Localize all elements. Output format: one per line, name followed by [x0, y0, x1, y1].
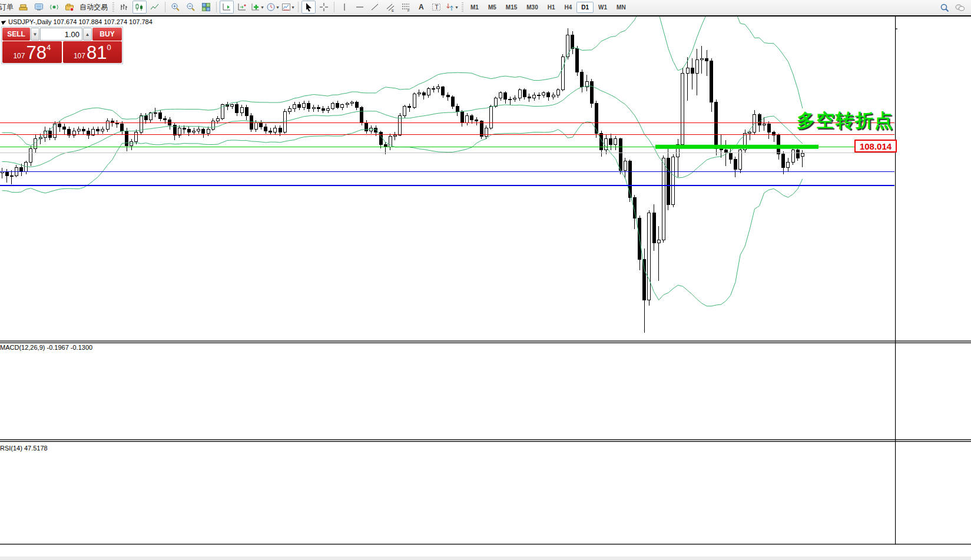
toolbar-separator [334, 2, 334, 12]
chevron-down-icon: ▾ [261, 5, 263, 10]
timeframe-d1[interactable]: D1 [576, 2, 594, 13]
macd-label: MACD(12,26,9) -0.1967 -0.1300 [0, 344, 92, 351]
mt4-terminal: 订单 自动交易 ▾ ▾ ▾ E F A T ▾ M1M5M15M30H1H4D1… [0, 0, 971, 560]
tile-windows-icon[interactable] [199, 1, 213, 14]
buy-price-point: 0 [107, 43, 111, 52]
zoom-out-icon[interactable] [184, 1, 198, 14]
rsi-label: RSI(14) 47.5178 [0, 445, 48, 452]
toolbar-separator [165, 2, 165, 12]
indicators-icon[interactable]: ▾ [250, 1, 264, 14]
chevron-down-icon: ▾ [276, 5, 279, 10]
chevron-down-icon: ▾ [455, 5, 458, 10]
horizontal-line-icon[interactable] [353, 1, 367, 14]
buy-price-big-figure: 107 [74, 52, 85, 60]
trendline-icon[interactable] [368, 1, 382, 14]
turning-point-annotation[interactable]: 多空转折点 [797, 108, 894, 133]
buy-price-tile[interactable]: 107810 [63, 41, 122, 63]
toolbar-grip[interactable] [462, 2, 463, 12]
terminal-icon[interactable] [32, 1, 46, 14]
timeframe-m1[interactable]: M1 [466, 2, 483, 13]
one-click-trade-panel: SELL ▼ ▲ BUY 107784 107810 [1, 26, 123, 64]
timeframe-m5[interactable]: M5 [483, 2, 501, 13]
equidistant-channel-icon[interactable]: E [383, 1, 397, 14]
templates-icon[interactable]: ▾ [281, 1, 295, 14]
autotrading-icon[interactable] [62, 1, 77, 14]
sell-price-pips: 78 [26, 45, 46, 61]
volume-down-button[interactable]: ▼ [31, 28, 39, 41]
vertical-line-icon[interactable] [337, 1, 352, 14]
candlestick-chart-icon[interactable] [132, 1, 147, 14]
price-level-box[interactable]: 108.014 [854, 140, 897, 153]
timeframe-m30[interactable]: M30 [522, 2, 542, 13]
toolbar-separator [216, 2, 217, 12]
cursor-icon[interactable] [301, 1, 316, 14]
toolbar: 订单 自动交易 ▾ ▾ ▾ E F A T ▾ M1M5M15M30H1H4D1… [0, 0, 971, 15]
gold-bars-icon[interactable] [16, 1, 31, 14]
text-label-icon[interactable]: T [429, 1, 443, 14]
chart-shift-icon[interactable] [235, 1, 249, 14]
svg-text:E: E [392, 9, 394, 12]
bar-chart-icon[interactable] [117, 1, 131, 14]
toolbar-separator [298, 2, 299, 12]
chat-icon[interactable] [953, 1, 967, 14]
line-chart-icon[interactable] [148, 1, 162, 14]
volume-input[interactable] [40, 28, 82, 41]
crosshair-icon[interactable] [317, 1, 331, 14]
sell-price-tile[interactable]: 107784 [2, 41, 62, 63]
signal-icon[interactable] [47, 1, 61, 14]
buy-button[interactable]: BUY [92, 28, 122, 41]
new-order-button[interactable]: 订单 [0, 2, 14, 12]
search-icon[interactable] [937, 1, 952, 14]
timeframe-m15[interactable]: M15 [501, 2, 522, 13]
sell-price-point: 4 [47, 43, 51, 52]
arrows-icon[interactable]: ▾ [445, 1, 459, 14]
timeframe-w1[interactable]: W1 [594, 2, 612, 13]
svg-text:F: F [407, 9, 410, 12]
zoom-in-icon[interactable] [168, 1, 183, 14]
toolbar-grip[interactable] [112, 2, 114, 12]
sell-price-big-figure: 107 [13, 52, 25, 60]
periods-icon[interactable]: ▾ [266, 1, 280, 14]
timeframe-h1[interactable]: H1 [543, 2, 560, 13]
autotrading-button[interactable]: 自动交易 [79, 2, 108, 12]
auto-scroll-icon[interactable] [220, 1, 234, 14]
sell-button[interactable]: SELL [2, 28, 30, 41]
timeframe-group: M1M5M15M30H1H4D1W1MN [466, 2, 631, 13]
text-icon[interactable]: A [414, 1, 428, 14]
svg-text:A: A [419, 3, 424, 11]
timeframe-h4[interactable]: H4 [560, 2, 577, 13]
volume-up-button[interactable]: ▲ [83, 28, 92, 41]
symbol-ohlc-line: USDJPY-,Daily 107.674 107.884 107.274 10… [8, 18, 153, 25]
green-highlight-bar[interactable] [655, 145, 818, 149]
price-chart[interactable] [0, 15, 971, 560]
fibonacci-icon[interactable]: F [399, 1, 413, 14]
buy-price-pips: 81 [87, 45, 107, 61]
chevron-down-icon: ▾ [291, 5, 294, 10]
timeframe-mn[interactable]: MN [612, 2, 631, 13]
svg-text:T: T [435, 4, 439, 11]
